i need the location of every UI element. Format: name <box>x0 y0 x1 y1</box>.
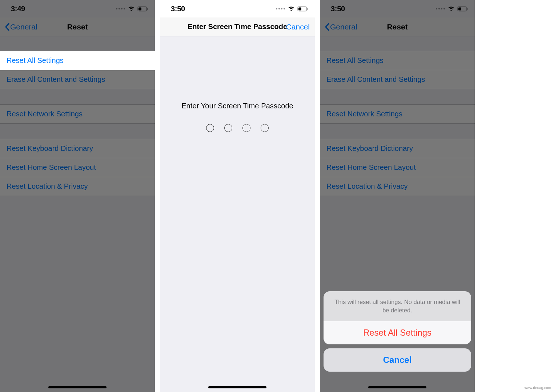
wifi-icon <box>447 6 455 12</box>
action-sheet: This will reset all settings. No data or… <box>324 291 471 372</box>
battery-icon <box>297 6 308 12</box>
reset-location-privacy-cell[interactable]: Reset Location & Privacy <box>0 177 155 196</box>
reset-network-cell[interactable]: Reset Network Settings <box>0 105 155 123</box>
reset-all-settings-cell[interactable]: Reset All Settings <box>0 51 155 70</box>
action-sheet-confirm-button[interactable]: Reset All Settings <box>324 321 471 344</box>
status-time: 3:50 <box>171 5 185 13</box>
home-indicator[interactable] <box>208 386 266 388</box>
back-button[interactable]: General <box>4 23 37 31</box>
chevron-left-icon <box>324 23 330 31</box>
passcode-prompt: Enter Your Screen Time Passcode <box>181 102 293 110</box>
reset-home-layout-cell[interactable]: Reset Home Screen Layout <box>0 158 155 177</box>
reset-keyboard-cell[interactable]: Reset Keyboard Dictionary <box>0 139 155 158</box>
screenshot-1: 3:49 General Reset Reset All Settings Er… <box>0 0 155 392</box>
status-right <box>436 6 468 12</box>
reset-home-layout-cell[interactable]: Reset Home Screen Layout <box>320 158 475 177</box>
reset-list: Reset All Settings Erase All Content and… <box>0 36 155 392</box>
cellular-dots-icon <box>276 8 285 9</box>
chevron-left-icon <box>4 23 10 31</box>
passcode-dots[interactable] <box>206 124 269 132</box>
passcode-dot-4 <box>261 124 269 132</box>
erase-all-content-cell[interactable]: Erase All Content and Settings <box>320 70 475 89</box>
reset-all-settings-cell[interactable]: Reset All Settings <box>320 51 475 70</box>
passcode-dot-2 <box>224 124 232 132</box>
cellular-dots-icon <box>436 8 445 9</box>
passcode-body: Enter Your Screen Time Passcode <box>160 36 315 392</box>
svg-rect-8 <box>467 8 467 10</box>
status-bar: 3:50 <box>320 0 475 17</box>
action-sheet-message: This will reset all settings. No data or… <box>324 291 471 321</box>
nav-header: General Reset <box>320 17 475 36</box>
status-time: 3:49 <box>11 5 25 13</box>
status-bar: 3:50 <box>160 0 315 17</box>
action-sheet-cancel-button[interactable]: Cancel <box>324 348 471 372</box>
screenshot-3: 3:50 General Reset Reset All Settings Er… <box>320 0 475 392</box>
reset-location-privacy-cell[interactable]: Reset Location & Privacy <box>320 177 475 196</box>
erase-all-content-cell[interactable]: Erase All Content and Settings <box>0 70 155 89</box>
status-right <box>116 6 148 12</box>
cellular-dots-icon <box>116 8 125 9</box>
svg-rect-5 <box>307 8 308 10</box>
passcode-dot-3 <box>242 124 250 132</box>
battery-icon <box>457 6 468 12</box>
wifi-icon <box>288 6 295 12</box>
back-label: General <box>10 23 37 31</box>
status-bar: 3:49 <box>0 0 155 17</box>
svg-rect-7 <box>458 7 461 10</box>
nav-header: General Reset <box>0 17 155 36</box>
svg-rect-2 <box>147 8 148 10</box>
reset-keyboard-cell[interactable]: Reset Keyboard Dictionary <box>320 139 475 158</box>
wifi-icon <box>128 6 135 12</box>
home-indicator[interactable] <box>48 386 107 388</box>
screenshot-2: 3:50 Enter Screen Time Passcode Cancel E… <box>160 0 315 392</box>
status-right <box>276 6 308 12</box>
nav-header: Enter Screen Time Passcode Cancel <box>160 17 315 36</box>
svg-rect-1 <box>138 7 141 10</box>
svg-rect-4 <box>298 7 301 10</box>
back-button[interactable]: General <box>324 23 357 31</box>
home-indicator[interactable] <box>368 386 426 388</box>
watermark: www.deuag.com <box>525 386 551 390</box>
battery-icon <box>137 6 148 12</box>
back-label: General <box>330 23 357 31</box>
passcode-dot-1 <box>206 124 214 132</box>
cancel-button[interactable]: Cancel <box>286 23 310 31</box>
reset-network-cell[interactable]: Reset Network Settings <box>320 105 475 123</box>
status-time: 3:50 <box>331 5 345 13</box>
